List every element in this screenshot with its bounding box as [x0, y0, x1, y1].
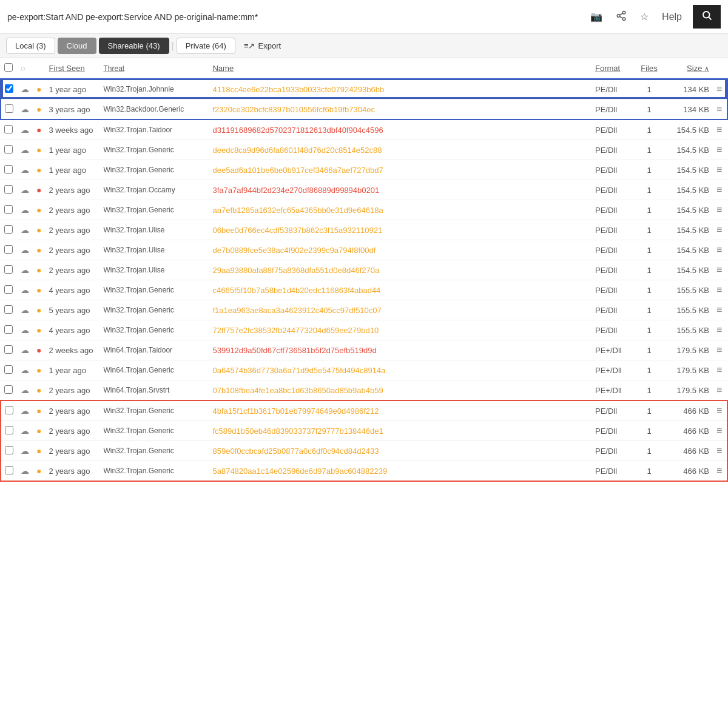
row-name[interactable]: deedc8ca9d96d6fa8601f48d76d20c8514e52c88 — [209, 140, 592, 160]
row-name[interactable]: 5a874820aa1c14e02596de6d97ab9ac604882239 — [209, 461, 592, 482]
hamburger-icon[interactable]: ≡ — [716, 204, 722, 215]
row-menu-button[interactable]: ≡ — [713, 200, 727, 220]
row-menu-button[interactable]: ≡ — [713, 260, 727, 280]
row-name[interactable]: 4118cc4ee6e22bca1933b0033cfe07924293b6bb — [209, 79, 592, 100]
hamburger-icon[interactable]: ≡ — [716, 385, 722, 395]
row-hash-link[interactable]: c4665f5f10b7a58be1d4b20edc116863f4abad44 — [212, 286, 380, 295]
hamburger-icon[interactable]: ≡ — [716, 445, 722, 456]
row-hash-link[interactable]: 4118cc4ee6e22bca1933b0033cfe07924293b6bb — [212, 85, 384, 94]
row-hash-link[interactable]: 539912d9a50fd67cff736581b5f2d75efb519d9d — [212, 346, 376, 355]
hamburger-icon[interactable]: ≡ — [716, 265, 722, 275]
row-menu-button[interactable]: ≡ — [713, 240, 727, 260]
row-checkbox[interactable] — [1, 320, 17, 340]
row-hash-link[interactable]: de7b0889fce5e38ac4f902e2399c9a794f8f00df — [212, 246, 376, 255]
row-checkbox[interactable] — [1, 260, 17, 280]
row-name[interactable]: 0a64574b36d7730a6a71d9d5e5475fd494c8914a — [209, 360, 592, 380]
tab-shareable[interactable]: Shareable (43) — [99, 38, 169, 54]
row-name[interactable]: 72ff757e2fc38532fb244773204d659ee279bd10 — [209, 320, 592, 340]
hamburger-icon[interactable]: ≡ — [716, 305, 722, 315]
row-checkbox[interactable] — [1, 79, 17, 100]
header-threat[interactable]: Threat — [99, 58, 209, 79]
camera-icon[interactable]: 📷 — [588, 8, 605, 25]
hamburger-icon[interactable]: ≡ — [716, 245, 722, 255]
row-hash-link[interactable]: 0a64574b36d7730a6a71d9d5e5475fd494c8914a — [212, 366, 385, 375]
hamburger-icon[interactable]: ≡ — [716, 405, 722, 416]
row-hash-link[interactable]: 4bfa15f1cf1b3617b01eb79974649e0d4986f212 — [212, 407, 379, 416]
tab-local[interactable]: Local (3) — [6, 38, 55, 54]
row-menu-button[interactable]: ≡ — [713, 79, 727, 100]
row-hash-link[interactable]: 5a874820aa1c14e02596de6d97ab9ac604882239 — [212, 467, 387, 476]
row-hash-link[interactable]: fc589d1b50eb46d839033737f29777b138446de1 — [212, 427, 383, 436]
row-name[interactable]: 4bfa15f1cf1b3617b01eb79974649e0d4986f212 — [209, 400, 592, 421]
row-hash-link[interactable]: aa7efb1285a1632efc65a4365bb0e31d9e64618a — [212, 206, 383, 215]
hamburger-icon[interactable]: ≡ — [716, 345, 722, 355]
row-checkbox[interactable] — [1, 421, 17, 441]
row-menu-button[interactable]: ≡ — [713, 140, 727, 160]
row-name[interactable]: f2320ce302bcfc8397b010556fcf6b19fb7304ec — [209, 100, 592, 120]
row-name[interactable]: f1a1ea963ae8aca3a4623912c405cc97df510c07 — [209, 300, 592, 320]
export-button[interactable]: ≡↗ Export — [244, 41, 281, 50]
header-first-seen[interactable]: First Seen — [45, 58, 99, 79]
row-menu-button[interactable]: ≡ — [713, 100, 727, 120]
row-checkbox[interactable] — [1, 120, 17, 140]
row-hash-link[interactable]: f2320ce302bcfc8397b010556fcf6b19fb7304ec — [212, 105, 374, 114]
hamburger-icon[interactable]: ≡ — [716, 285, 722, 295]
row-checkbox[interactable] — [1, 300, 17, 320]
tab-private[interactable]: Private (64) — [177, 38, 235, 54]
help-label[interactable]: Help — [659, 9, 684, 25]
header-checkbox[interactable] — [1, 58, 17, 79]
row-checkbox[interactable] — [1, 220, 17, 240]
row-menu-button[interactable]: ≡ — [713, 421, 727, 441]
row-menu-button[interactable]: ≡ — [713, 441, 727, 461]
row-checkbox[interactable] — [1, 340, 17, 360]
row-checkbox[interactable] — [1, 461, 17, 482]
tab-cloud[interactable]: Cloud — [58, 38, 96, 54]
row-hash-link[interactable]: 72ff757e2fc38532fb244773204d659ee279bd10 — [212, 326, 379, 335]
row-checkbox[interactable] — [1, 100, 17, 120]
hamburger-icon[interactable]: ≡ — [716, 104, 722, 114]
row-name[interactable]: 07b108fbea4fe1ea8bc1d63b8650ad85b9ab4b59 — [209, 380, 592, 401]
hamburger-icon[interactable]: ≡ — [716, 325, 722, 335]
row-menu-button[interactable]: ≡ — [713, 300, 727, 320]
hamburger-icon[interactable]: ≡ — [716, 124, 722, 135]
row-checkbox[interactable] — [1, 441, 17, 461]
hamburger-icon[interactable]: ≡ — [716, 224, 722, 235]
hamburger-icon[interactable]: ≡ — [716, 365, 722, 375]
hamburger-icon[interactable]: ≡ — [716, 144, 722, 155]
row-checkbox[interactable] — [1, 240, 17, 260]
row-name[interactable]: c4665f5f10b7a58be1d4b20edc116863f4abad44 — [209, 280, 592, 300]
row-checkbox[interactable] — [1, 360, 17, 380]
row-name[interactable]: 06bee0d766ec4cdf53837b862c3f15a932110921 — [209, 220, 592, 240]
row-checkbox[interactable] — [1, 380, 17, 401]
header-files[interactable]: Files — [634, 58, 664, 79]
row-hash-link[interactable]: d31191689682d5702371812613dbf40f904c4596 — [212, 126, 383, 135]
row-name[interactable]: fc589d1b50eb46d839033737f29777b138446de1 — [209, 421, 592, 441]
header-format[interactable]: Format — [592, 58, 634, 79]
row-hash-link[interactable]: dee5ad6a101be6be0b917cef3466a7aef727dbd7 — [212, 166, 383, 175]
row-menu-button[interactable]: ≡ — [713, 280, 727, 300]
hamburger-icon[interactable]: ≡ — [716, 184, 722, 195]
row-menu-button[interactable]: ≡ — [713, 160, 727, 180]
row-hash-link[interactable]: 06bee0d766ec4cdf53837b862c3f15a932110921 — [212, 226, 382, 235]
row-hash-link[interactable]: f1a1ea963ae8aca3a4623912c405cc97df510c07 — [212, 306, 381, 315]
hamburger-icon[interactable]: ≡ — [716, 465, 722, 476]
row-hash-link[interactable]: 07b108fbea4fe1ea8bc1d63b8650ad85b9ab4b59 — [212, 386, 383, 395]
row-hash-link[interactable]: 3fa7a7af944bf2d234e270df86889d99894b0201 — [212, 186, 379, 195]
row-menu-button[interactable]: ≡ — [713, 220, 727, 240]
row-name[interactable]: 539912d9a50fd67cff736581b5f2d75efb519d9d — [209, 340, 592, 360]
hamburger-icon[interactable]: ≡ — [716, 425, 722, 436]
row-menu-button[interactable]: ≡ — [713, 461, 727, 482]
row-hash-link[interactable]: 859e0f0ccbcafd25b0877a0c6df0c94cd84d2433 — [212, 447, 379, 456]
search-input[interactable] — [7, 12, 582, 22]
row-checkbox[interactable] — [1, 140, 17, 160]
row-checkbox[interactable] — [1, 180, 17, 200]
row-name[interactable]: 3fa7a7af944bf2d234e270df86889d99894b0201 — [209, 180, 592, 200]
hamburger-icon[interactable]: ≡ — [716, 84, 722, 94]
row-menu-button[interactable]: ≡ — [713, 320, 727, 340]
row-menu-button[interactable]: ≡ — [713, 120, 727, 140]
row-checkbox[interactable] — [1, 200, 17, 220]
search-button[interactable] — [693, 5, 721, 29]
row-checkbox[interactable] — [1, 160, 17, 180]
row-hash-link[interactable]: deedc8ca9d96d6fa8601f48d76d20c8514e52c88 — [212, 146, 382, 155]
row-hash-link[interactable]: 29aa93880afa88f75a8368dfa551d0e8d46f270a — [212, 266, 379, 275]
